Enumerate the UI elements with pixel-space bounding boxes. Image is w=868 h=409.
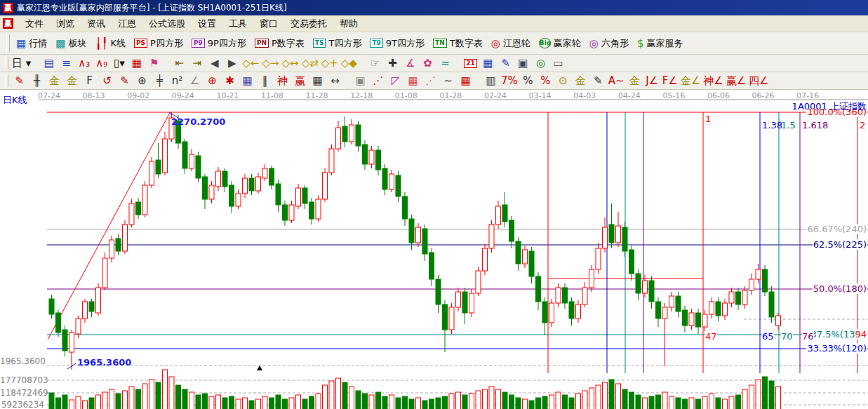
web-box2-tool[interactable]: ▦ — [405, 74, 421, 88]
gold-grid-tool[interactable]: 金 — [46, 74, 62, 88]
fan-lines-tool[interactable]: ⋰ — [370, 74, 386, 88]
ying-grid-tool[interactable]: 赢 — [292, 74, 308, 88]
target-tool[interactable]: ⊕ — [204, 74, 220, 88]
web-tool[interactable]: ✱ — [222, 74, 238, 88]
brush2-tool[interactable]: ✎ — [116, 74, 133, 88]
volume-bar — [149, 380, 154, 409]
period-selector-button[interactable]: 日 ▾ — [11, 56, 32, 70]
box-select-tool[interactable]: ▣ — [352, 74, 368, 88]
f-grid-tool[interactable]: F — [81, 74, 98, 88]
a-wave-tool[interactable]: A∼ — [608, 74, 625, 88]
step-forward-button[interactable]: ▶ — [224, 56, 240, 70]
n2-grid-tool[interactable]: n² — [169, 74, 185, 88]
calculator-button[interactable]: ▦ — [480, 56, 496, 70]
wave-tool-button[interactable]: ≈ — [437, 56, 453, 70]
expand-x-button[interactable]: ◇↔ — [281, 56, 300, 70]
f-angle-tool[interactable]: F∠ — [662, 74, 679, 88]
stats-bars-tool[interactable]: ▥ — [483, 74, 499, 88]
si-angle-tool[interactable]: 四∠ — [748, 74, 769, 88]
red-hatch-box-icon[interactable]: ▦ — [128, 56, 145, 70]
percent-tool[interactable]: % — [520, 74, 536, 88]
menu-item-9[interactable]: 帮助 — [333, 16, 364, 32]
gold-under-tool[interactable]: 金 — [627, 74, 643, 88]
chart-canvas[interactable] — [0, 90, 868, 409]
pattern3-icon[interactable]: ∧₃ — [76, 56, 92, 70]
brush-tool[interactable]: ✎ — [11, 74, 27, 88]
width-tool[interactable]: ↔ — [327, 74, 343, 88]
9t-square-button[interactable]: T99T四方形 — [366, 36, 429, 51]
grid-tool[interactable]: ╫ — [29, 74, 45, 88]
percent-line-tool[interactable]: % — [538, 74, 554, 88]
candle-body — [62, 330, 67, 351]
save-button[interactable]: ▣ — [515, 56, 531, 70]
candle-body — [403, 196, 408, 219]
calendar-button[interactable]: 21 — [462, 56, 479, 70]
sectors-button[interactable]: ▩板块 — [51, 36, 91, 51]
menu-item-5[interactable]: 设置 — [192, 16, 222, 32]
gold-line-tool[interactable]: 金 — [573, 74, 589, 88]
web-box-tool[interactable]: ▦ — [239, 74, 255, 88]
shen-grid-tool[interactable]: 神 — [274, 74, 291, 88]
wave-line-tool[interactable]: ∼ — [440, 74, 456, 88]
step-back-button[interactable]: ◀ — [206, 56, 222, 70]
9p-square-button[interactable]: P99P四方形 — [187, 36, 251, 51]
zoom-in-button[interactable]: ◇+ — [321, 56, 339, 70]
print-button[interactable]: ▭ — [550, 56, 566, 70]
ying-angle-tool[interactable]: 赢∠ — [726, 74, 747, 88]
menu-item-6[interactable]: 工具 — [222, 16, 253, 32]
menu-item-0[interactable]: 文件 — [19, 16, 50, 32]
diag-lines-tool[interactable]: ⋰ — [422, 74, 439, 88]
marks-tool[interactable]: ‖ — [257, 74, 273, 88]
pan-hand-button[interactable]: ☞ — [367, 56, 383, 70]
menu-item-7[interactable]: 窗口 — [253, 16, 284, 32]
menu-item-8[interactable]: 交易委托 — [284, 16, 333, 32]
red-grid-tool[interactable]: ▦ — [458, 74, 474, 88]
volume-bar — [496, 389, 501, 409]
percent7-tool[interactable]: 7% — [500, 74, 519, 88]
angle-measure-button[interactable]: ∡ — [402, 56, 418, 70]
t-square-button[interactable]: TST四方形 — [309, 36, 366, 51]
t-number-table-button[interactable]: TNT数字表 — [429, 36, 487, 51]
gann-shape-button[interactable]: ✿ — [420, 56, 436, 70]
winner-service-button[interactable]: $赢家服务 — [633, 36, 688, 51]
shift-left-button[interactable]: ◇← — [241, 56, 260, 70]
pen-arrow-tool[interactable]: ✎ — [590, 74, 606, 88]
gold-grid2-tool[interactable]: 金 — [64, 74, 80, 88]
flag-icon[interactable]: ⚑ — [146, 56, 162, 70]
pattern9-icon[interactable]: ∧₉ — [93, 56, 109, 70]
web-tool-icon: ✱ — [225, 75, 234, 86]
menu-item-3[interactable]: 江恩 — [112, 16, 142, 32]
quotes-button[interactable]: ▦行情 — [12, 36, 51, 51]
zoom-all-button[interactable]: ◇◆ — [340, 56, 358, 70]
shift-right-button[interactable]: ◇→ — [261, 56, 279, 70]
hexagon-button[interactable]: ◎六角形 — [585, 36, 633, 51]
shen-angle-tool[interactable]: 神∠ — [702, 74, 723, 88]
crosshair-button[interactable]: ✚ — [385, 56, 401, 70]
circle-grid-tool[interactable]: ⊕ — [134, 74, 150, 88]
skip-start-button[interactable]: ⇤ — [171, 56, 187, 70]
monitor-icon[interactable]: ▤ — [41, 56, 57, 70]
skip-end-button[interactable]: ⇥ — [189, 56, 205, 70]
notes-button[interactable]: ✎ — [498, 56, 514, 70]
candle-style-button[interactable]: ▯▾ — [111, 56, 127, 70]
winner-wheel-button[interactable]: Big赢家轮 — [535, 36, 585, 51]
spiral-tool[interactable]: ↺ — [99, 74, 115, 88]
p-square-button[interactable]: PSP四方形 — [130, 36, 187, 51]
kline-button[interactable]: ╽╿K线 — [91, 36, 130, 51]
p-number-table-button[interactable]: PNP数字表 — [251, 36, 309, 51]
web-button[interactable]: ◎ — [533, 56, 549, 70]
j-angle-tool[interactable]: J∠ — [644, 74, 660, 88]
gold-angle-tool[interactable]: 金∠ — [680, 74, 701, 88]
menu-item-1[interactable]: 浏览 — [50, 16, 81, 32]
menu-item-2[interactable]: 资讯 — [81, 16, 112, 32]
info-list-icon[interactable]: ≡ — [58, 56, 74, 70]
menu-item-4[interactable]: 公式选股 — [142, 16, 192, 32]
gann-wheel-button[interactable]: ◎江恩轮 — [487, 36, 535, 51]
fan-box-tool[interactable]: ◸ — [387, 74, 403, 88]
candle-body — [542, 302, 547, 323]
angle-tool[interactable]: ∠ — [187, 74, 203, 88]
gold-circle-tool[interactable]: ⊙ — [555, 74, 571, 88]
hash-tool[interactable]: ╪ — [152, 74, 168, 88]
num-grid-tool[interactable]: ▦ — [309, 74, 326, 88]
compress-x-button[interactable]: ◇⇄ — [301, 56, 319, 70]
